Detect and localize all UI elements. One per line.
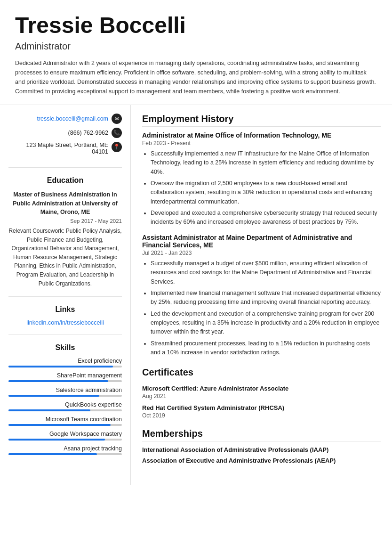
candidate-name: Tressie Boccelli	[15, 13, 377, 38]
phone-contact: (866) 762-9962 📞	[8, 128, 122, 138]
skill-item: SharePoint management	[8, 372, 122, 382]
skill-bar-bg	[8, 380, 122, 382]
certificates-heading: Certificates	[142, 367, 381, 380]
cert-name: Microsoft Certified: Azure Administrator…	[142, 385, 381, 392]
job-bullet: Oversaw the migration of 2,500 employees…	[151, 179, 381, 206]
job-title: Assistant Administrator at Maine Departm…	[142, 234, 381, 249]
linkedin-link[interactable]: linkedin.com/in/tressieboccelli	[8, 319, 122, 326]
skill-label: Salesforce administration	[8, 387, 122, 393]
membership-entry: International Association of Administrat…	[142, 446, 381, 453]
certs-list: Microsoft Certified: Azure Administrator…	[142, 385, 381, 419]
main-layout: tressie.boccelli@gmail.com ✉ (866) 762-9…	[0, 105, 392, 485]
sidebar: tressie.boccelli@gmail.com ✉ (866) 762-9…	[0, 105, 131, 485]
location-icon: 📍	[112, 142, 122, 152]
email-contact: tressie.boccelli@gmail.com ✉	[8, 114, 122, 124]
memberships-section: Memberships International Association of…	[142, 428, 381, 464]
skill-bar-fill	[8, 424, 111, 426]
phone-icon: 📞	[112, 128, 122, 138]
jobs-list: Administrator at Maine Office of Informa…	[142, 131, 381, 358]
employment-section: Employment History Administrator at Main…	[142, 114, 381, 358]
job-bullet: Led the development and execution of a c…	[151, 310, 381, 337]
cert-date: Aug 2021	[142, 393, 381, 400]
education-section: Education Master of Business Administrat…	[8, 176, 122, 297]
skill-bar-fill	[8, 409, 90, 411]
job-bullet: Streamlined procurement processes, leadi…	[151, 339, 381, 358]
contact-section: tressie.boccelli@gmail.com ✉ (866) 762-9…	[8, 114, 122, 168]
skill-bar-bg	[8, 453, 122, 455]
skill-label: Google Workspace mastery	[8, 431, 122, 437]
main-content: Employment History Administrator at Main…	[131, 105, 392, 482]
skill-label: SharePoint management	[8, 372, 122, 379]
membership-name: International Association of Administrat…	[142, 446, 381, 453]
employment-heading: Employment History	[142, 114, 381, 127]
links-section: Links linkedin.com/in/tressieboccelli	[8, 305, 122, 335]
skill-bar-bg	[8, 439, 122, 441]
links-heading: Links	[8, 305, 122, 314]
job-bullet: Developed and executed a comprehensive c…	[151, 209, 381, 227]
job-bullet: Implemented new financial management sof…	[151, 289, 381, 307]
membership-name: Association of Executive and Administrat…	[142, 457, 381, 464]
certificates-section: Certificates Microsoft Certified: Azure …	[142, 367, 381, 419]
job-date: Jul 2021 - Jan 2023	[142, 250, 381, 256]
cert-entry: Microsoft Certified: Azure Administrator…	[142, 385, 381, 400]
skill-bar-bg	[8, 395, 122, 397]
skill-bar-fill	[8, 366, 113, 367]
skills-heading: Skills	[8, 343, 122, 352]
job-bullets: Successfully managed a budget of over $5…	[142, 259, 381, 358]
skill-bar-fill	[8, 380, 108, 382]
job-bullet: Successfully managed a budget of over $5…	[151, 259, 381, 286]
skills-section: Skills Excel proficiency SharePoint mana…	[8, 343, 122, 468]
memberships-list: International Association of Administrat…	[142, 446, 381, 464]
skill-bar-bg	[8, 366, 122, 367]
phone-text: (866) 762-9962	[68, 130, 108, 136]
job-bullets: Successfully implemented a new IT infras…	[142, 149, 381, 227]
skills-list: Excel proficiency SharePoint management …	[8, 358, 122, 455]
skill-item: Excel proficiency	[8, 358, 122, 367]
job-title: Administrator at Maine Office of Informa…	[142, 131, 381, 139]
cert-entry: Red Hat Certified System Administrator (…	[142, 404, 381, 419]
candidate-title: Administrator	[15, 41, 377, 52]
skill-label: QuickBooks expertise	[8, 401, 122, 408]
job-bullet: Successfully implemented a new IT infras…	[151, 149, 381, 177]
job-entry: Assistant Administrator at Maine Departm…	[142, 234, 381, 358]
address-contact: 123 Maple Street, Portland, ME 04101 📍	[8, 142, 122, 155]
edu-coursework: Relevant Coursework: Public Policy Analy…	[8, 227, 122, 288]
skill-item: QuickBooks expertise	[8, 401, 122, 411]
memberships-heading: Memberships	[142, 428, 381, 441]
skill-item: Microsoft Teams coordination	[8, 416, 122, 426]
education-heading: Education	[8, 176, 122, 185]
skill-bar-bg	[8, 409, 122, 411]
skill-bar-bg	[8, 424, 122, 426]
cert-date: Oct 2019	[142, 412, 381, 419]
edu-degree: Master of Business Administration in Pub…	[8, 190, 122, 217]
candidate-summary: Dedicated Administrator with 2 years of …	[15, 58, 377, 96]
skill-item: Google Workspace mastery	[8, 431, 122, 441]
skill-label: Asana project tracking	[8, 445, 122, 452]
job-date: Feb 2023 - Present	[142, 140, 381, 147]
cert-name: Red Hat Certified System Administrator (…	[142, 404, 381, 411]
skill-label: Excel proficiency	[8, 358, 122, 364]
skill-bar-fill	[8, 395, 99, 397]
skill-item: Salesforce administration	[8, 387, 122, 397]
resume-header: Tressie Boccelli Administrator Dedicated…	[0, 0, 392, 105]
membership-entry: Association of Executive and Administrat…	[142, 457, 381, 464]
job-entry: Administrator at Maine Office of Informa…	[142, 131, 381, 227]
skill-label: Microsoft Teams coordination	[8, 416, 122, 423]
skill-item: Asana project tracking	[8, 445, 122, 455]
edu-date: Sep 2017 - May 2021	[8, 218, 122, 224]
skill-bar-fill	[8, 453, 97, 455]
skill-bar-fill	[8, 439, 105, 441]
address-text: 123 Maple Street, Portland, ME 04101	[26, 142, 108, 155]
email-icon: ✉	[112, 114, 122, 124]
email-link[interactable]: tressie.boccelli@gmail.com	[37, 115, 108, 122]
